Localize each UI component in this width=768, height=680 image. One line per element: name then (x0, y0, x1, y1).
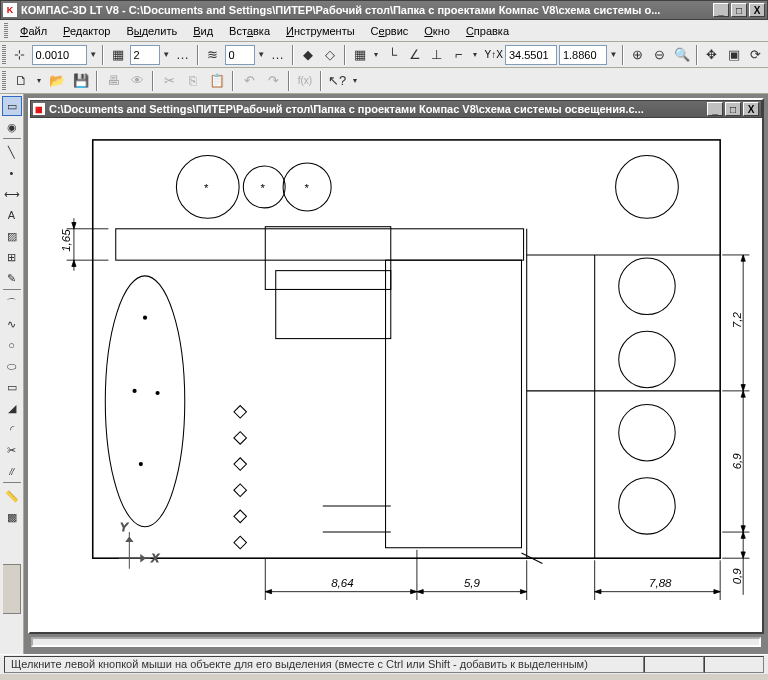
menu-window[interactable]: Окно (416, 23, 458, 39)
svg-rect-0 (93, 140, 720, 558)
ortho-icon[interactable]: └ (383, 44, 403, 66)
menu-tools[interactable]: Инструменты (278, 23, 363, 39)
layer-input[interactable] (130, 45, 160, 65)
line-tool-icon[interactable]: ╲ (2, 142, 22, 162)
fit-icon[interactable]: ▣ (724, 44, 744, 66)
copy-icon[interactable]: ⎘ (182, 70, 204, 92)
main-area: ▭ ◉ ╲ • ⟷ A ▨ ⊞ ✎ ⌒ ∿ ○ ⬭ ▭ ◢ ◜ ✂ ⫽ 📏 ▩ … (0, 94, 768, 654)
x-input[interactable] (505, 45, 557, 65)
drawing-canvas[interactable]: * * * (30, 118, 762, 632)
svg-rect-20 (386, 260, 522, 548)
dim-w3: 7,88 (649, 577, 672, 589)
dim-v3: 0,9 (731, 568, 743, 585)
window-title: КОМПАС-3D LT V8 - C:\Documents and Setti… (21, 4, 713, 16)
svg-text:*: * (304, 182, 309, 194)
angle-icon[interactable]: ∠ (405, 44, 425, 66)
dropdown-icon[interactable]: ▾ (372, 50, 381, 59)
linestyle-button[interactable]: … (268, 44, 288, 66)
dropdown-icon[interactable]: ▾ (34, 76, 44, 85)
step-input[interactable] (32, 45, 87, 65)
dropdown-icon[interactable]: ▾ (350, 76, 360, 85)
dropdown-icon[interactable]: ▾ (471, 50, 480, 59)
chamfer-tool-icon[interactable]: ◢ (2, 398, 22, 418)
minimize-button[interactable]: _ (713, 3, 729, 17)
save-icon[interactable]: 💾 (70, 70, 92, 92)
dropdown-icon[interactable]: ▼ (162, 50, 171, 59)
dropdown-icon[interactable]: ▼ (609, 50, 618, 59)
zoom-out-icon[interactable]: ⊖ (650, 44, 670, 66)
pan-icon[interactable]: ✥ (702, 44, 722, 66)
arc-tool-icon[interactable]: ⌒ (2, 293, 22, 313)
document-window: ▦ C:\Documents and Settings\ПИТЕР\Рабочи… (28, 98, 764, 634)
new-icon[interactable]: 🗋 (10, 70, 32, 92)
menu-bar: Файл Редактор Выделить Вид Вставка Инстр… (0, 20, 768, 42)
redraw-icon[interactable]: ⟳ (746, 44, 766, 66)
svg-point-14 (132, 389, 136, 393)
status-cell-3 (704, 656, 764, 673)
open-icon[interactable]: 📂 (46, 70, 68, 92)
dim-v1: 7,2 (731, 312, 743, 329)
doc-minimize-button[interactable]: _ (707, 102, 723, 116)
svg-point-8 (619, 258, 675, 314)
print-icon[interactable]: 🖶 (102, 70, 124, 92)
layer-icon[interactable]: ▦ (108, 44, 128, 66)
select-tool-icon[interactable]: ▭ (2, 96, 22, 116)
svg-point-16 (139, 462, 143, 466)
layers-button[interactable]: … (173, 44, 193, 66)
menu-insert[interactable]: Вставка (221, 23, 278, 39)
help-cursor-icon[interactable]: ↖? (326, 70, 348, 92)
paste-icon[interactable]: 📋 (206, 70, 228, 92)
measure-tool-icon[interactable]: 📏 (2, 486, 22, 506)
trim-tool-icon[interactable]: ✂ (2, 440, 22, 460)
linestyle-input[interactable] (225, 45, 255, 65)
hatch2-tool-icon[interactable]: ▩ (2, 507, 22, 527)
spline-tool-icon[interactable]: ∿ (2, 314, 22, 334)
eraser2-icon[interactable]: ◇ (320, 44, 340, 66)
doc-close-button[interactable]: X (743, 102, 759, 116)
offset-tool-icon[interactable]: ⫽ (2, 461, 22, 481)
menu-file[interactable]: Файл (12, 23, 55, 39)
hatch-tool-icon[interactable]: ▨ (2, 226, 22, 246)
fillet-tool-icon[interactable]: ◜ (2, 419, 22, 439)
zoom-in-icon[interactable]: ⊕ (628, 44, 648, 66)
dropdown-icon[interactable]: ▼ (89, 50, 98, 59)
status-cell-2 (644, 656, 704, 673)
round-icon[interactable]: ⌐ (449, 44, 469, 66)
menu-view[interactable]: Вид (185, 23, 221, 39)
cut-icon[interactable]: ✂ (158, 70, 180, 92)
status-text: Щелкните левой кнопкой мыши на объекте д… (4, 656, 644, 673)
perp-icon[interactable]: ⊥ (427, 44, 447, 66)
menu-select[interactable]: Выделить (118, 23, 185, 39)
toolbar-2: 🗋▾ 📂 💾 🖶 👁 ✂ ⎘ 📋 ↶ ↷ f(x) ↖?▾ (0, 68, 768, 94)
redo-icon[interactable]: ↷ (262, 70, 284, 92)
dim-tool-icon[interactable]: ⟷ (2, 184, 22, 204)
dropdown-icon[interactable]: ▼ (257, 50, 266, 59)
linestyle-icon[interactable]: ≋ (203, 44, 223, 66)
y-input[interactable] (559, 45, 607, 65)
maximize-button[interactable]: □ (731, 3, 747, 17)
menu-editor[interactable]: Редактор (55, 23, 118, 39)
preview-icon[interactable]: 👁 (126, 70, 148, 92)
dim-w1: 8,64 (331, 577, 353, 589)
svg-point-11 (619, 478, 675, 534)
menu-help[interactable]: Справка (458, 23, 517, 39)
side-tab[interactable] (3, 564, 21, 614)
text-tool-icon[interactable]: A (2, 205, 22, 225)
geometry-tool-icon[interactable]: ◉ (2, 117, 22, 137)
circle-tool-icon[interactable]: ○ (2, 335, 22, 355)
zoom-window-icon[interactable]: 🔍 (672, 44, 692, 66)
close-button[interactable]: X (749, 3, 765, 17)
undo-icon[interactable]: ↶ (238, 70, 260, 92)
fx-icon[interactable]: f(x) (294, 70, 316, 92)
rect-tool-icon[interactable]: ▭ (2, 377, 22, 397)
svg-rect-18 (276, 271, 391, 339)
snap-icon[interactable]: ⊹ (10, 44, 30, 66)
point-tool-icon[interactable]: • (2, 163, 22, 183)
table-tool-icon[interactable]: ⊞ (2, 247, 22, 267)
grid-icon[interactable]: ▦ (350, 44, 370, 66)
doc-maximize-button[interactable]: □ (725, 102, 741, 116)
eraser-icon[interactable]: ◆ (298, 44, 318, 66)
ellipse-tool-icon[interactable]: ⬭ (2, 356, 22, 376)
menu-service[interactable]: Сервис (363, 23, 417, 39)
edit-tool-icon[interactable]: ✎ (2, 268, 22, 288)
